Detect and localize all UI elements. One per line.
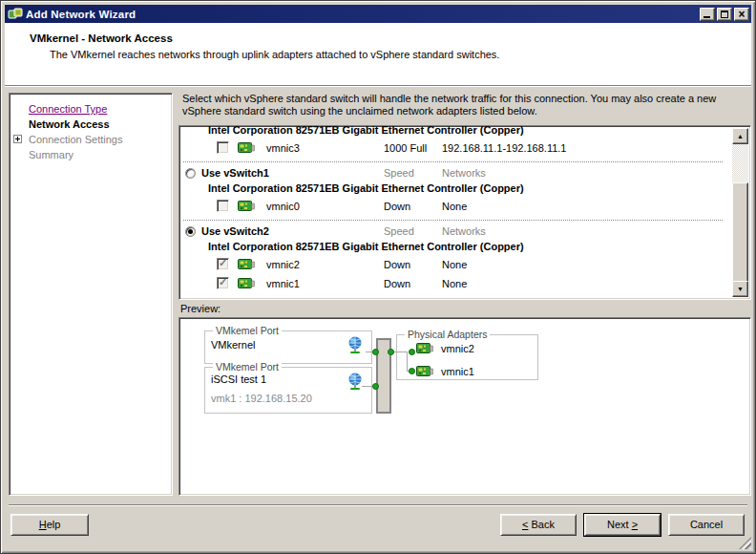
adapter-row: vmnic0 Down None — [181, 197, 732, 216]
adapter-row: vmnic1 Down None — [181, 274, 732, 293]
adapter-networks: None — [442, 201, 467, 212]
wizard-header: VMkernel - Network Access The VMkernel r… — [5, 23, 751, 86]
sidebar-item-label: Network Access — [29, 118, 110, 130]
connection-line — [407, 352, 408, 372]
switch-option-row: Use vSwitch2 Speed Networks — [181, 224, 732, 241]
window-title: Add Network Wizard — [26, 9, 700, 20]
footer-separator — [9, 504, 747, 506]
scrollbar-thumb[interactable] — [732, 182, 748, 288]
physical-adapter-row: vmnic1 — [397, 364, 537, 383]
sidebar-item-network-access: Network Access — [10, 117, 172, 132]
adapter-name: vmnic1 — [441, 366, 474, 377]
adapter-speed: Down — [384, 201, 410, 212]
nic-icon — [238, 141, 255, 155]
connection-dot — [388, 349, 394, 355]
controller-name: Intel Corporation 82571EB Gigabit Ethern… — [181, 182, 732, 197]
resize-grip[interactable] — [739, 537, 751, 549]
maximize-icon — [721, 11, 728, 18]
cancel-button[interactable]: Cancel — [668, 514, 745, 536]
close-icon: × — [735, 8, 748, 21]
vmkernel-globe-icon — [347, 336, 364, 354]
speed-column-header: Speed — [384, 167, 414, 179]
sidebar-item-connection-type[interactable]: Connection Type — [10, 101, 172, 117]
minimize-button[interactable] — [700, 8, 715, 21]
title-bar[interactable]: Add Network Wizard × — [5, 5, 751, 23]
switch-option-row: Use vSwitch1 Speed Networks — [181, 165, 732, 182]
adapter-row: vmnic2 Down None — [181, 255, 732, 274]
help-button[interactable]: Help — [10, 514, 89, 536]
wizard-steps-panel: Connection Type Network Access Connectio… — [9, 93, 173, 496]
adapter-networks: None — [442, 278, 467, 289]
back-button[interactable]: < Back — [500, 514, 577, 536]
adapter-speed: Down — [384, 259, 410, 270]
physical-adapters-group: Physical Adapters vmnic2 vmnic1 — [396, 334, 538, 380]
sidebar-item-label: Connection Settings — [29, 134, 122, 145]
preview-panel: VMkemel Port VMkernel VMkemel Port iSCSI… — [178, 317, 751, 496]
adapter-speed: 1000 Full — [384, 142, 427, 154]
scroll-up-button[interactable]: ▲ — [732, 128, 748, 144]
adapter-row: vmnic3 1000 Full 192.168.11.1-192.168.11… — [181, 138, 732, 158]
adapter-name: vmnic2 — [266, 259, 300, 270]
adapter-name: vmnic3 — [266, 142, 300, 154]
nic-icon — [238, 277, 255, 290]
adapter-checkbox[interactable] — [217, 200, 229, 212]
networks-column-header: Networks — [442, 225, 486, 237]
switch-label: Use vSwitch2 — [201, 225, 269, 237]
group-separator — [183, 216, 723, 221]
expand-plus-icon[interactable] — [13, 135, 22, 143]
switch-label: Use vSwitch1 — [201, 167, 269, 179]
adapter-networks: 192.168.11.1-192.168.11.1 — [442, 142, 567, 154]
adapter-checkbox[interactable] — [217, 141, 229, 154]
sidebar-item-summary: Summary — [10, 147, 172, 162]
preview-label: Preview: — [180, 303, 220, 314]
port-group-legend: VMkemel Port — [213, 325, 282, 336]
adapter-name: vmnic1 — [266, 278, 300, 289]
adapter-checkbox[interactable] — [217, 258, 229, 270]
adapter-checkbox[interactable] — [217, 277, 229, 289]
physical-adapter-row: vmnic2 — [397, 341, 537, 360]
controller-name: Intel Corporation 82571EB Gigabit Ethern… — [181, 241, 732, 255]
sidebar-item-label: Connection Type — [29, 103, 107, 115]
controller-name: Intel Corporation 82571EB Gigabit Ethern… — [181, 125, 732, 138]
physical-adapters-legend: Physical Adapters — [405, 329, 490, 340]
add-network-wizard-window: Add Network Wizard × VMkernel - Network … — [0, 0, 756, 554]
group-separator — [183, 158, 723, 162]
port-group-detail: vmk1 : 192.168.15.20 — [211, 393, 312, 404]
adapter-speed: Down — [384, 278, 410, 289]
adapter-name: vmnic0 — [266, 201, 300, 212]
vmkernel-globe-icon — [347, 373, 364, 391]
app-icon — [8, 7, 23, 22]
port-group-name: iSCSI test 1 — [211, 373, 266, 385]
adapter-name: vmnic2 — [441, 343, 474, 354]
scroll-down-button[interactable]: ▼ — [732, 281, 748, 297]
networks-column-header: Networks — [442, 167, 486, 179]
sidebar-item-label: Summary — [29, 149, 74, 160]
page-subtitle: The VMkernel reaches networks through up… — [50, 49, 499, 60]
connection-dot — [409, 349, 415, 355]
maximize-button[interactable] — [717, 8, 732, 21]
use-switch-radio[interactable] — [185, 168, 196, 179]
speed-column-header: Speed — [384, 225, 414, 237]
port-group-name: VMkernel — [211, 339, 255, 351]
port-group-legend: VMkemel Port — [213, 361, 282, 373]
adapter-networks: None — [442, 259, 467, 270]
nic-icon — [238, 258, 255, 271]
use-switch-radio[interactable] — [185, 226, 196, 237]
instruction-text: Select which vSphere standard switch wil… — [182, 93, 746, 117]
vmkernel-port-group: VMkemel Port VMkernel — [204, 330, 372, 364]
connection-dot — [409, 368, 415, 374]
group-separator — [183, 293, 723, 297]
vmkernel-port-group: VMkemel Port iSCSI test 1 vmk1 : 192.168… — [204, 367, 372, 414]
nic-icon — [416, 365, 433, 378]
connection-dot — [372, 349, 379, 355]
vertical-scrollbar[interactable]: ▲ ▼ — [732, 128, 748, 297]
nic-icon — [416, 342, 433, 355]
connection-dot — [372, 383, 379, 390]
close-button[interactable]: × — [734, 8, 749, 21]
sidebar-item-connection-settings: Connection Settings — [10, 132, 172, 147]
next-button[interactable]: Next > — [584, 514, 661, 536]
switch-selection-list[interactable]: Intel Corporation 82571EB Gigabit Ethern… — [178, 125, 751, 300]
minimize-icon — [704, 16, 710, 18]
nic-icon — [238, 200, 255, 213]
page-title: VMkernel - Network Access — [30, 32, 173, 44]
